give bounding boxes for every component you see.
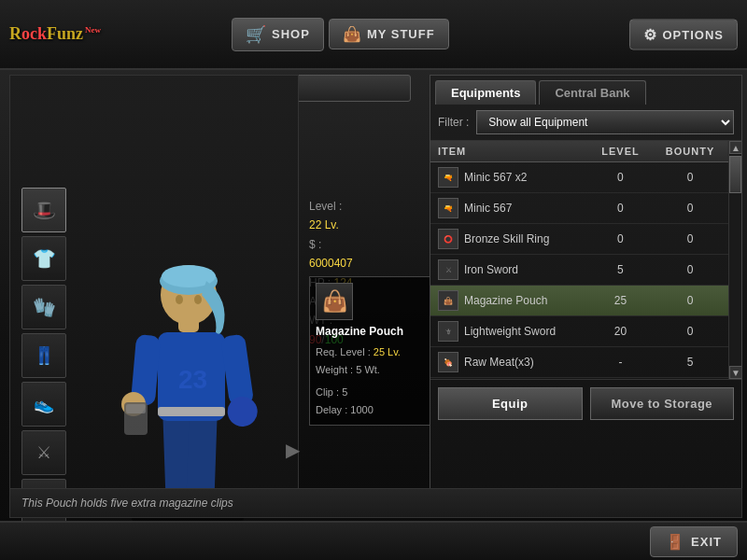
table-row[interactable]: 👜 Magazine Pouch 25 0 (430, 286, 728, 316)
item-name: Lightweight Sword (464, 325, 556, 338)
item-level: 5 (589, 255, 652, 286)
item-icon: 🍖 (438, 352, 458, 372)
item-level: 0 (589, 162, 652, 193)
item-name: Minic 567 x2 (464, 171, 527, 184)
item-name: Bronze Skill Ring (464, 232, 549, 245)
equipment-list: 🔫 Minic 567 x2 0 0 🔫 Minic 567 0 0 ⭕ Bro… (430, 162, 728, 378)
svg-point-17 (194, 295, 202, 304)
svg-text:23: 23 (178, 365, 207, 394)
top-bar: RockFunzNew 🛒 Shop 👜 My Stuff ⚙ Options (0, 0, 747, 70)
cart-icon: 🛒 (246, 24, 267, 45)
table-row[interactable]: 🍖 Raw Meat(x3) - 5 (430, 347, 728, 378)
scroll-thumb[interactable] (729, 156, 741, 193)
table-row[interactable]: 🔫 Minic 567 x2 0 0 (430, 162, 728, 193)
item-bounty: 5 (652, 347, 728, 378)
item-level: 25 (589, 286, 652, 316)
equipment-panel: Equipments Central Bank Filter : Show al… (430, 75, 742, 518)
item-icon: 👜 (438, 290, 458, 311)
options-button[interactable]: ⚙ Options (629, 19, 738, 49)
item-level: - (589, 347, 652, 378)
item-bounty: 0 (652, 224, 728, 255)
item-name: Iron Sword (464, 263, 518, 276)
action-buttons: Equip Move to Storage (430, 379, 741, 427)
table-row[interactable]: ⭕ Bronze Skill Ring 0 0 (430, 224, 728, 255)
slot-hat[interactable]: 🎩 (21, 188, 66, 232)
shop-button[interactable]: 🛒 Shop (232, 18, 324, 51)
scroll-down[interactable]: ▼ (729, 366, 741, 379)
move-to-storage-button[interactable]: Move to Storage (590, 387, 735, 420)
svg-rect-19 (126, 404, 146, 413)
slot-gloves[interactable]: 🧤 (21, 285, 66, 329)
item-level: 0 (589, 224, 652, 255)
item-name: Minic 567 (464, 202, 512, 215)
item-icon: 🗡 (438, 321, 458, 342)
table-row[interactable]: 🔫 Minic 567 0 0 (430, 193, 728, 224)
avatar-area: 🎩 👕 🧤 👖 👟 ⚔ 🔫 ○ ○ (9, 75, 299, 518)
item-icon: ⭕ (438, 229, 458, 249)
svg-point-16 (176, 295, 183, 304)
slot-vest[interactable]: 👕 (21, 236, 66, 281)
item-level: 20 (589, 316, 652, 347)
slot-pants[interactable]: 👖 (21, 333, 66, 378)
filter-select[interactable]: Show all Equipment (476, 110, 734, 134)
scrollbar[interactable]: ▲ ▼ (728, 141, 741, 379)
bag-icon: 👜 (343, 25, 362, 43)
tab-central-bank[interactable]: Central Bank (539, 80, 645, 105)
item-bounty: 0 (652, 193, 728, 224)
item-stats: Req. Level : 25 Lv. Weight : 5 Wt. Clip … (316, 343, 424, 419)
filter-row: Filter : Show all Equipment (430, 105, 741, 141)
equipment-table: Item Level Bounty 🔫 Minic 567 x2 0 0 🔫 M… (430, 141, 728, 378)
bottom-bar: 🚪 Exit (0, 521, 747, 560)
nav-buttons: 🛒 Shop 👜 My Stuff (232, 18, 449, 51)
item-icon: 🔫 (438, 198, 458, 218)
item-icon: ⚔ (438, 259, 458, 280)
table-row[interactable]: ⚔ Iron Sword 5 0 (430, 255, 728, 286)
item-bounty: 0 (652, 255, 728, 286)
exit-button[interactable]: 🚪 Exit (650, 526, 738, 557)
mystuff-button[interactable]: 👜 My Stuff (329, 19, 449, 49)
item-bounty: 0 (652, 316, 728, 347)
arrow-icon: ▶ (286, 439, 300, 461)
logo: RockFunzNew (9, 24, 101, 44)
item-name: Raw Meat(x3) (464, 356, 534, 369)
item-info-panel: 👜 Magazine Pouch Req. Level : 25 Lv. Wei… (309, 276, 430, 426)
item-name: Magazine Pouch (464, 294, 547, 307)
item-icon: 👜 (316, 283, 353, 320)
description-bar: This Pouch holds five extra magazine cli… (9, 488, 742, 518)
tab-equipment[interactable]: Equipments (435, 80, 536, 105)
item-icon: 🔫 (438, 167, 458, 188)
exit-icon: 🚪 (666, 533, 685, 551)
svg-rect-9 (220, 334, 254, 407)
scroll-up[interactable]: ▲ (729, 141, 741, 154)
slot-boots[interactable]: 👟 (21, 382, 66, 427)
item-level: 0 (589, 193, 652, 224)
equipment-table-container: Item Level Bounty 🔫 Minic 567 x2 0 0 🔫 M… (430, 141, 741, 379)
equip-button[interactable]: Equip (438, 387, 583, 420)
gear-icon: ⚙ (643, 25, 657, 43)
svg-rect-7 (158, 407, 225, 416)
item-bounty: 0 (652, 162, 728, 193)
table-row[interactable]: 🗡 Lightweight Sword 20 0 (430, 316, 728, 347)
table-header: Item Level Bounty (430, 141, 728, 162)
item-bounty: 0 (652, 286, 728, 316)
tabs-row: Equipments Central Bank (430, 80, 741, 105)
slot-weapon1[interactable]: ⚔ (21, 430, 66, 475)
